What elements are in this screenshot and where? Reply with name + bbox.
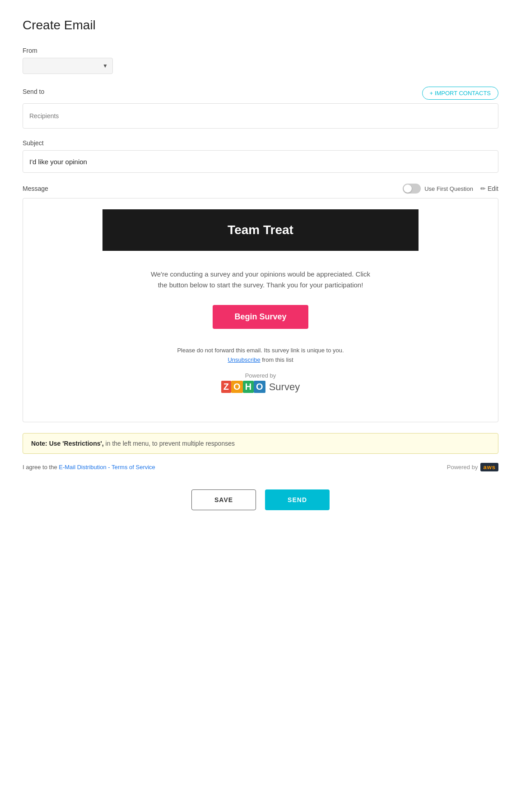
recipients-input[interactable] bbox=[23, 103, 498, 129]
edit-icon: ✏ bbox=[480, 185, 486, 192]
send-button[interactable]: SEND bbox=[265, 489, 330, 510]
zoho-o1: O bbox=[231, 381, 243, 393]
send-to-section: Send to + IMPORT CONTACTS bbox=[23, 87, 498, 129]
subject-section: Subject bbox=[23, 139, 498, 173]
from-label: From bbox=[23, 47, 498, 54]
survey-text: Survey bbox=[269, 381, 300, 393]
email-footer: Please do not forward this email. Its su… bbox=[116, 347, 405, 393]
zoho-letters: ZOHO bbox=[221, 381, 265, 393]
subject-input[interactable] bbox=[23, 150, 498, 173]
note-banner: Note: Use 'Restrictions', in the left me… bbox=[23, 433, 498, 454]
message-controls: Use First Question ✏ Edit bbox=[403, 184, 498, 194]
dropdown-arrow-icon: ▼ bbox=[102, 63, 108, 69]
save-button[interactable]: SAVE bbox=[191, 489, 256, 510]
edit-button[interactable]: ✏ Edit bbox=[480, 185, 498, 192]
from-dropdown[interactable]: ▼ bbox=[23, 58, 113, 74]
agree-text: I agree to the E-Mail Distribution - Ter… bbox=[23, 464, 155, 471]
send-to-label: Send to bbox=[23, 88, 44, 95]
powered-by-aws-text: Powered by bbox=[447, 464, 478, 471]
agree-section: I agree to the E-Mail Distribution - Ter… bbox=[23, 463, 498, 471]
email-preview-container: Team Treat We're conducting a survey and… bbox=[23, 198, 498, 422]
note-bold-text: Use 'Restrictions', bbox=[47, 440, 104, 447]
email-footer-text: Please do not forward this email. Its su… bbox=[116, 347, 405, 354]
zoho-o2: O bbox=[254, 381, 265, 393]
email-preview: Team Treat We're conducting a survey and… bbox=[102, 209, 419, 411]
subject-label: Subject bbox=[23, 139, 498, 147]
powered-by-aws: Powered by aws bbox=[447, 463, 498, 471]
page-title: Create Email bbox=[23, 18, 498, 32]
message-label: Message bbox=[23, 185, 48, 192]
begin-survey-button[interactable]: Begin Survey bbox=[213, 305, 308, 329]
message-section: Message Use First Question ✏ Edit Team T… bbox=[23, 184, 498, 422]
email-body: We're conducting a survey and your opini… bbox=[102, 251, 419, 411]
use-first-question-label: Use First Question bbox=[424, 185, 473, 192]
note-suffix: in the left menu, to prevent multiple re… bbox=[104, 440, 235, 447]
zoho-z: Z bbox=[221, 381, 231, 393]
send-to-header: Send to + IMPORT CONTACTS bbox=[23, 87, 498, 100]
email-header-title: Team Treat bbox=[116, 223, 405, 237]
terms-of-service-link[interactable]: E-Mail Distribution - Terms of Service bbox=[59, 464, 155, 471]
email-body-text: We're conducting a survey and your opini… bbox=[148, 269, 373, 291]
note-label: Note: bbox=[31, 440, 47, 447]
unsubscribe-suffix: from this list bbox=[260, 356, 293, 363]
import-contacts-button[interactable]: + IMPORT CONTACTS bbox=[422, 87, 498, 100]
powered-by-text: Powered by bbox=[245, 372, 276, 379]
aws-logo: aws bbox=[480, 463, 498, 471]
email-unsubscribe-line: Unsubscribe from this list bbox=[116, 356, 405, 363]
zoho-h: H bbox=[243, 381, 254, 393]
email-header-banner: Team Treat bbox=[102, 209, 419, 251]
message-header: Message Use First Question ✏ Edit bbox=[23, 184, 498, 194]
use-first-question-toggle[interactable] bbox=[403, 184, 421, 194]
from-section: From ▼ bbox=[23, 47, 498, 74]
unsubscribe-link[interactable]: Unsubscribe bbox=[228, 356, 260, 363]
agree-prefix: I agree to the bbox=[23, 464, 59, 471]
edit-label: Edit bbox=[488, 185, 498, 192]
use-first-question-toggle-group: Use First Question bbox=[403, 184, 473, 194]
action-buttons: SAVE SEND bbox=[23, 489, 498, 510]
zoho-logo: ZOHO Survey bbox=[116, 381, 405, 393]
email-powered-by: Powered by ZOHO Survey bbox=[116, 372, 405, 393]
